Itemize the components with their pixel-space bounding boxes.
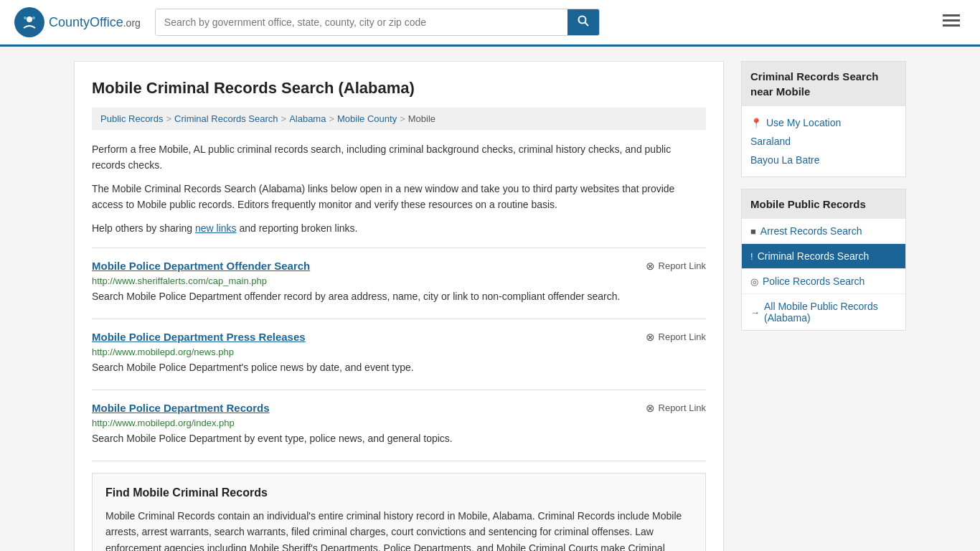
criminal-records-icon: ! bbox=[750, 251, 753, 262]
record-card-header-1: Mobile Police Department Offender Search… bbox=[92, 260, 706, 273]
description-3: Help others by sharing new links and rep… bbox=[92, 220, 706, 236]
bayou-la-batre-label: Bayou La Batre bbox=[750, 154, 820, 166]
police-records-icon: ◎ bbox=[750, 276, 758, 287]
svg-line-5 bbox=[585, 23, 588, 27]
record-card-records: Mobile Police Department Records ⊗ Repor… bbox=[92, 402, 706, 446]
sidebar-use-my-location[interactable]: 📍 Use My Location bbox=[750, 113, 897, 132]
svg-point-1 bbox=[27, 17, 32, 22]
hamburger-icon bbox=[943, 14, 960, 27]
all-records-icon: → bbox=[750, 307, 760, 318]
description-1: Perform a free Mobile, AL public crimina… bbox=[92, 141, 706, 174]
report-link-label-3: Report Link bbox=[659, 402, 706, 413]
header: CountyOffice.org bbox=[0, 0, 980, 47]
search-button[interactable] bbox=[567, 9, 599, 35]
breadcrumb-sep-2: > bbox=[281, 113, 287, 124]
svg-rect-8 bbox=[943, 24, 960, 27]
divider-1 bbox=[92, 248, 706, 248]
svg-point-2 bbox=[24, 17, 27, 19]
sidebar-public-records-box: Mobile Public Records ■ Arrest Records S… bbox=[741, 189, 906, 331]
sidebar: Criminal Records Search near Mobile 📍 Us… bbox=[741, 61, 906, 551]
search-bar bbox=[155, 9, 600, 36]
record-card-header-3: Mobile Police Department Records ⊗ Repor… bbox=[92, 402, 706, 415]
arrest-records-icon: ■ bbox=[750, 226, 756, 237]
logo-icon bbox=[14, 7, 44, 37]
use-my-location-label: Use My Location bbox=[766, 117, 841, 128]
divider-3 bbox=[92, 390, 706, 390]
record-url-2[interactable]: http://www.mobilepd.org/news.php bbox=[92, 347, 706, 357]
breadcrumb-sep-4: > bbox=[400, 113, 405, 124]
record-title-press[interactable]: Mobile Police Department Press Releases bbox=[92, 331, 306, 343]
breadcrumb-sep-1: > bbox=[166, 113, 171, 124]
menu-button[interactable] bbox=[937, 10, 966, 34]
sidebar-nearby-header: Criminal Records Search near Mobile bbox=[742, 62, 905, 106]
record-desc-1: Search Mobile Police Department offender… bbox=[92, 289, 706, 304]
sidebar-nearby-box: Criminal Records Search near Mobile 📍 Us… bbox=[741, 61, 906, 177]
sidebar-saraland[interactable]: Saraland bbox=[750, 132, 897, 151]
divider-4 bbox=[92, 461, 706, 461]
svg-rect-7 bbox=[943, 19, 960, 22]
svg-point-4 bbox=[578, 17, 585, 24]
record-card-header-2: Mobile Police Department Press Releases … bbox=[92, 331, 706, 344]
search-input[interactable] bbox=[156, 9, 567, 35]
logo-area: CountyOffice.org bbox=[14, 7, 141, 37]
arrest-records-label: Arrest Records Search bbox=[760, 225, 862, 237]
report-link-btn-2[interactable]: ⊗ Report Link bbox=[646, 331, 706, 344]
record-title-records[interactable]: Mobile Police Department Records bbox=[92, 402, 270, 414]
sidebar-police-records[interactable]: ◎ Police Records Search bbox=[742, 269, 905, 294]
breadcrumb: Public Records > Criminal Records Search… bbox=[92, 108, 706, 130]
search-icon bbox=[578, 15, 589, 27]
location-pin-icon: 📍 bbox=[750, 118, 762, 128]
record-desc-2: Search Mobile Police Department's police… bbox=[92, 360, 706, 375]
criminal-records-label: Criminal Records Search bbox=[758, 250, 870, 262]
police-records-label: Police Records Search bbox=[763, 276, 864, 287]
find-section-title: Find Mobile Criminal Records bbox=[105, 486, 692, 499]
report-link-label-1: Report Link bbox=[659, 260, 706, 271]
report-icon-1: ⊗ bbox=[646, 260, 655, 273]
record-card-offender: Mobile Police Department Offender Search… bbox=[92, 260, 706, 304]
breadcrumb-alabama[interactable]: Alabama bbox=[289, 113, 326, 124]
record-url-3[interactable]: http://www.mobilepd.org/index.php bbox=[92, 418, 706, 428]
record-desc-3: Search Mobile Police Department by event… bbox=[92, 431, 706, 446]
description-2: The Mobile Criminal Records Search (Alab… bbox=[92, 181, 706, 213]
breadcrumb-mobile-county[interactable]: Mobile County bbox=[337, 113, 397, 124]
report-link-btn-1[interactable]: ⊗ Report Link bbox=[646, 260, 706, 273]
all-records-label: All Mobile Public Records (Alabama) bbox=[764, 301, 897, 324]
breadcrumb-sep-3: > bbox=[329, 113, 334, 124]
desc3-pre: Help others by sharing bbox=[92, 222, 195, 234]
sidebar-bayou-la-batre[interactable]: Bayou La Batre bbox=[750, 151, 897, 169]
breadcrumb-mobile: Mobile bbox=[408, 113, 435, 124]
saraland-label: Saraland bbox=[750, 136, 791, 147]
record-title-offender[interactable]: Mobile Police Department Offender Search bbox=[92, 260, 310, 272]
new-links-link[interactable]: new links bbox=[195, 222, 237, 234]
page-title: Mobile Criminal Records Search (Alabama) bbox=[92, 79, 706, 98]
report-link-label-2: Report Link bbox=[659, 331, 706, 342]
divider-2 bbox=[92, 319, 706, 319]
breadcrumb-public-records[interactable]: Public Records bbox=[100, 113, 163, 124]
report-icon-2: ⊗ bbox=[646, 331, 655, 344]
sidebar-public-records-header: Mobile Public Records bbox=[742, 189, 905, 219]
report-link-btn-3[interactable]: ⊗ Report Link bbox=[646, 402, 706, 415]
report-icon-3: ⊗ bbox=[646, 402, 655, 415]
svg-point-3 bbox=[32, 17, 35, 19]
record-card-press: Mobile Police Department Press Releases … bbox=[92, 331, 706, 375]
logo-text: CountyOffice.org bbox=[49, 15, 141, 30]
sidebar-all-public-records[interactable]: → All Mobile Public Records (Alabama) bbox=[742, 294, 905, 330]
main-wrapper: Mobile Criminal Records Search (Alabama)… bbox=[60, 47, 920, 551]
sidebar-nearby-body: 📍 Use My Location Saraland Bayou La Batr… bbox=[742, 106, 905, 176]
find-section: Find Mobile Criminal Records Mobile Crim… bbox=[92, 473, 706, 551]
breadcrumb-criminal-records[interactable]: Criminal Records Search bbox=[174, 113, 278, 124]
svg-rect-6 bbox=[943, 14, 960, 17]
sidebar-criminal-records[interactable]: ! Criminal Records Search bbox=[742, 244, 905, 269]
find-section-text: Mobile Criminal Records contain an indiv… bbox=[105, 508, 692, 551]
desc3-post: and reporting broken links. bbox=[237, 222, 358, 234]
content-area: Mobile Criminal Records Search (Alabama)… bbox=[74, 61, 724, 551]
record-url-1[interactable]: http://www.sheriffalerts.com/cap_main.ph… bbox=[92, 276, 706, 286]
sidebar-arrest-records[interactable]: ■ Arrest Records Search bbox=[742, 219, 905, 244]
